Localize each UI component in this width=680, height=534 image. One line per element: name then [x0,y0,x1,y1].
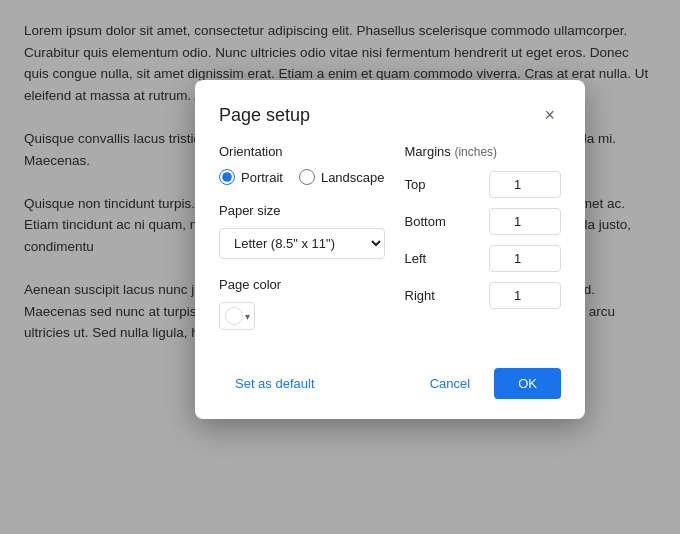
paper-size-select[interactable]: Letter (8.5" x 11") A4 (8.27" x 11.69") … [219,228,385,259]
margins-label: Margins [405,144,451,159]
bottom-margin-row: Bottom [405,208,561,235]
set-default-button[interactable]: Set as default [219,368,331,399]
paper-size-section: Paper size Letter (8.5" x 11") A4 (8.27"… [219,203,385,259]
cancel-button[interactable]: Cancel [414,368,486,399]
top-margin-input[interactable] [489,171,561,198]
right-margin-row: Right [405,282,561,309]
right-margin-label: Right [405,288,450,303]
ok-button[interactable]: OK [494,368,561,399]
margins-unit: (inches) [454,145,497,159]
portrait-label: Portrait [241,170,283,185]
orientation-label: Orientation [219,144,385,159]
left-margin-label: Left [405,251,450,266]
dialog-footer: Set as default Cancel OK [219,368,561,399]
right-column: Margins (inches) Top Bottom Left Right [405,144,561,348]
portrait-radio[interactable] [219,169,235,185]
color-dropdown-arrow: ▾ [245,311,250,322]
close-button[interactable]: × [538,104,561,126]
page-color-label: Page color [219,277,385,292]
left-margin-row: Left [405,245,561,272]
landscape-label: Landscape [321,170,385,185]
left-column: Orientation Portrait Landscape Paper siz… [219,144,385,348]
dialog-title: Page setup [219,105,310,126]
color-swatch-button[interactable]: ▾ [219,302,255,330]
landscape-option[interactable]: Landscape [299,169,385,185]
orientation-section: Orientation Portrait Landscape [219,144,385,185]
bottom-margin-label: Bottom [405,214,450,229]
landscape-radio[interactable] [299,169,315,185]
page-setup-dialog: Page setup × Orientation Portrait Landsc… [195,80,585,419]
page-color-section: Page color ▾ [219,277,385,330]
right-margin-input[interactable] [489,282,561,309]
top-margin-label: Top [405,177,450,192]
bottom-margin-input[interactable] [489,208,561,235]
paper-size-label: Paper size [219,203,385,218]
color-circle [225,307,243,325]
portrait-option[interactable]: Portrait [219,169,283,185]
margins-title: Margins (inches) [405,144,561,159]
dialog-header: Page setup × [219,104,561,126]
left-margin-input[interactable] [489,245,561,272]
orientation-options: Portrait Landscape [219,169,385,185]
color-picker-row: ▾ [219,302,385,330]
footer-left: Set as default [219,368,406,399]
top-margin-row: Top [405,171,561,198]
dialog-body: Orientation Portrait Landscape Paper siz… [219,144,561,348]
